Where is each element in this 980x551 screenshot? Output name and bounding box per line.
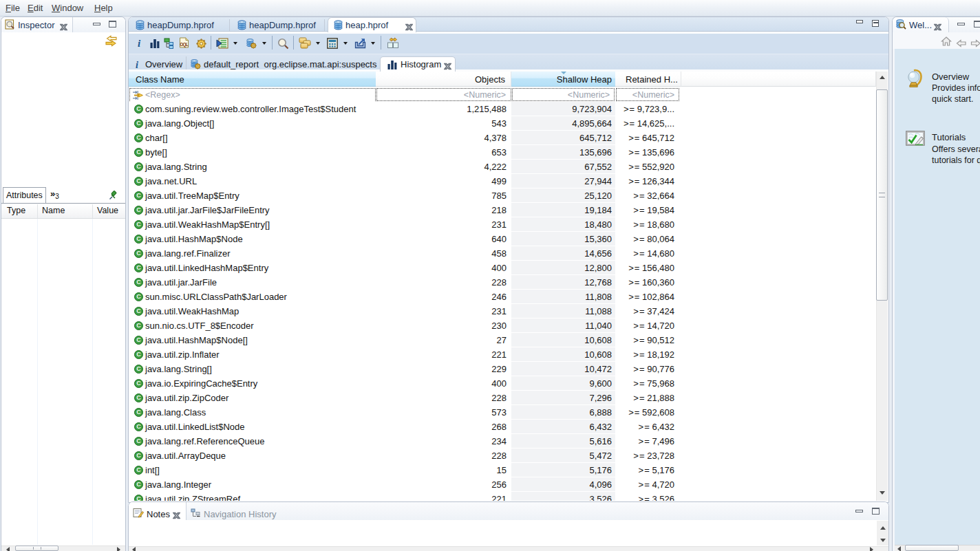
svg-text:OQL: OQL: [180, 42, 189, 47]
